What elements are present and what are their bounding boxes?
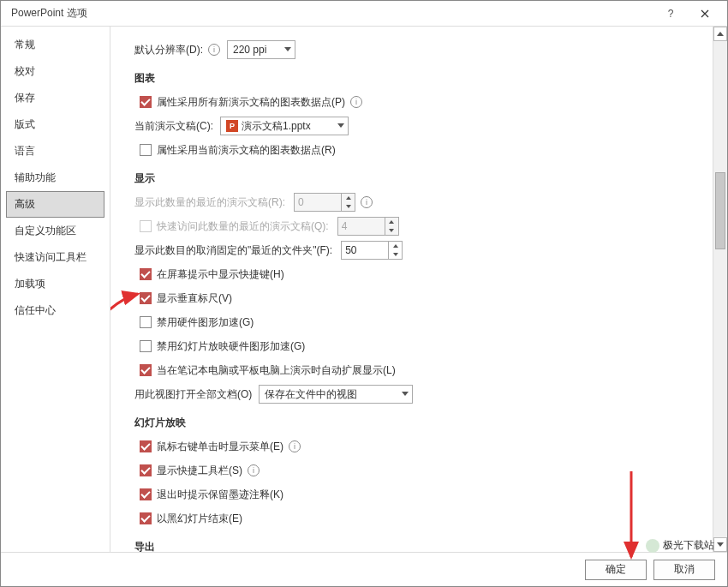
section-export-header: 导出	[134, 540, 710, 552]
open-all-view-dropdown[interactable]: 保存在文件中的视图	[259, 385, 413, 404]
chk-rclick-row: 鼠标右键单击时显示菜单(E) i	[134, 437, 710, 456]
current-presentation-row: 当前演示文稿(C): P 演示文稿1.pptx	[134, 117, 710, 135]
info-icon[interactable]: i	[289, 440, 301, 452]
recent-folders-spinner[interactable]	[341, 241, 403, 260]
chk-screentip-row: 在屏幕提示中显示快捷键(H)	[134, 265, 710, 284]
sidebar-item-advanced[interactable]: 高级	[6, 191, 104, 218]
category-sidebar: 常规 校对 保存 版式 语言 辅助功能 高级 自定义功能区 快速访问工具栏 加载…	[1, 27, 110, 552]
current-presentation-label: 当前演示文稿(C):	[134, 119, 213, 134]
close-button[interactable]	[688, 1, 722, 27]
close-icon	[701, 9, 709, 18]
quick-recent-value	[338, 218, 383, 235]
checkbox-shortcut-bar[interactable]	[140, 464, 152, 476]
label-ink-exit: 退出时提示保留墨迹注释(K)	[157, 488, 283, 502]
sidebar-item-addins[interactable]: 加载项	[6, 271, 104, 297]
titlebar: PowerPoint 选项 ?	[1, 1, 727, 27]
checkbox-auto-extend[interactable]	[140, 364, 152, 376]
sidebar-item-trust-center[interactable]: 信任中心	[6, 297, 104, 324]
open-all-view-label: 用此视图打开全部文档(O)	[134, 387, 252, 402]
checkbox-black-end[interactable]	[140, 512, 152, 524]
section-chart-header: 图表	[134, 71, 710, 86]
sidebar-item-language[interactable]: 语言	[6, 138, 104, 165]
open-all-view-value: 保存在文件中的视图	[265, 387, 373, 402]
recent-pres-value	[295, 194, 339, 211]
chk-black-end-row: 以黑幻灯片结束(E)	[134, 509, 710, 528]
checkbox-slideshow-hw[interactable]	[140, 340, 152, 352]
label-hw-accel: 禁用硬件图形加速(G)	[157, 315, 254, 330]
current-presentation-dropdown[interactable]: P 演示文稿1.pptx	[220, 117, 349, 135]
recent-folders-label: 显示此数目的取消固定的"最近的文件夹"(F):	[134, 243, 332, 258]
label-vruler: 显示垂直标尺(V)	[157, 291, 232, 306]
sidebar-item-proofing[interactable]: 校对	[6, 58, 104, 85]
info-icon[interactable]: i	[361, 196, 373, 208]
content-pane: 默认分辨率(D): i 220 ppi 图表 属性采用所有新演示文稿的图表数据点…	[110, 27, 727, 552]
section-slideshow-header: 幻灯片放映	[134, 416, 710, 430]
default-resolution-value: 220 ppi	[233, 44, 282, 56]
recent-pres-spinner	[294, 193, 355, 212]
scroll-up-button[interactable]	[713, 27, 727, 41]
dialog-title: PowerPoint 选项	[11, 6, 653, 21]
sidebar-item-save[interactable]: 保存	[6, 85, 104, 111]
dialog-body: 常规 校对 保存 版式 语言 辅助功能 高级 自定义功能区 快速访问工具栏 加载…	[1, 27, 727, 552]
recent-folders-value[interactable]	[342, 242, 386, 259]
label-black-end: 以黑幻灯片结束(E)	[157, 512, 242, 526]
spinner-buttons[interactable]	[388, 242, 402, 259]
chk-ink-exit-row: 退出时提示保留墨迹注释(K)	[134, 485, 710, 504]
section-display-header: 显示	[134, 171, 710, 186]
vertical-scrollbar[interactable]	[713, 27, 727, 552]
dialog-footer: 确定 取消	[1, 552, 727, 586]
info-icon[interactable]: i	[350, 96, 362, 108]
label-shortcut-bar: 显示快捷工具栏(S)	[157, 464, 242, 478]
spinner-buttons	[385, 218, 398, 235]
checkbox-current-chart[interactable]	[140, 144, 152, 156]
chevron-down-icon	[402, 392, 409, 396]
checkbox-ink-exit[interactable]	[140, 488, 152, 500]
chk-shortcut-bar-row: 显示快捷工具栏(S) i	[134, 461, 710, 480]
chk-auto-extend-row: 当在笔记本电脑或平板电脑上演示时自动扩展显示(L)	[134, 361, 710, 380]
checkbox-vruler[interactable]	[140, 292, 152, 304]
ok-button[interactable]: 确定	[585, 560, 647, 580]
chk-hw-accel-row: 禁用硬件图形加速(G)	[134, 313, 710, 332]
current-presentation-value: 演示文稿1.pptx	[242, 119, 326, 134]
sidebar-item-general[interactable]: 常规	[6, 32, 104, 58]
help-button[interactable]: ?	[653, 1, 688, 27]
powerpoint-file-icon: P	[226, 120, 238, 132]
info-icon[interactable]: i	[248, 464, 260, 476]
checkbox-quick-recent	[140, 220, 152, 232]
recent-pres-row: 显示此数量的最近的演示文稿(R): i	[134, 193, 710, 212]
quick-recent-spinner	[337, 217, 399, 236]
chk-slideshow-hw-row: 禁用幻灯片放映硬件图形加速(G)	[134, 337, 710, 356]
info-icon[interactable]: i	[208, 44, 220, 56]
recent-folders-row: 显示此数目的取消固定的"最近的文件夹"(F):	[134, 241, 710, 260]
cancel-button[interactable]: 取消	[653, 560, 715, 580]
chk-all-new-chart-row: 属性采用所有新演示文稿的图表数据点(P) i	[134, 93, 710, 111]
checkbox-rclick-menu[interactable]	[140, 440, 152, 452]
chevron-down-icon	[284, 47, 291, 51]
label-all-new-chart: 属性采用所有新演示文稿的图表数据点(P)	[157, 95, 345, 110]
label-screentip: 在屏幕提示中显示快捷键(H)	[157, 267, 284, 282]
checkbox-hw-accel[interactable]	[140, 316, 152, 328]
quick-recent-row: 快速访问此数量的最近的演示文稿(Q):	[134, 217, 710, 236]
label-auto-extend: 当在笔记本电脑或平板电脑上演示时自动扩展显示(L)	[157, 363, 396, 378]
label-current-chart: 属性采用当前演示文稿的图表数据点(R)	[157, 143, 336, 158]
options-dialog: PowerPoint 选项 ? 常规 校对 保存 版式 语言 辅助功能 高级 自…	[0, 0, 728, 587]
default-resolution-row: 默认分辨率(D): i 220 ppi	[134, 40, 710, 59]
sidebar-item-customize-ribbon[interactable]: 自定义功能区	[6, 218, 104, 244]
sidebar-item-layout[interactable]: 版式	[6, 111, 104, 138]
checkbox-screentip[interactable]	[140, 268, 152, 280]
recent-pres-label: 显示此数量的最近的演示文稿(R):	[134, 195, 285, 210]
chk-current-chart-row: 属性采用当前演示文稿的图表数据点(R)	[134, 141, 710, 159]
default-resolution-dropdown[interactable]: 220 ppi	[227, 40, 295, 59]
spinner-buttons	[341, 194, 355, 211]
open-all-view-row: 用此视图打开全部文档(O) 保存在文件中的视图	[134, 385, 710, 404]
checkbox-all-new-chart[interactable]	[140, 96, 152, 108]
label-slideshow-hw: 禁用幻灯片放映硬件图形加速(G)	[157, 339, 305, 354]
sidebar-item-quick-access[interactable]: 快速访问工具栏	[6, 244, 104, 271]
label-rclick-menu: 鼠标右键单击时显示菜单(E)	[157, 440, 283, 454]
scroll-thumb[interactable]	[715, 172, 725, 249]
sidebar-item-accessibility[interactable]: 辅助功能	[6, 165, 104, 191]
scroll-down-button[interactable]	[713, 537, 727, 552]
chevron-down-icon	[337, 123, 344, 128]
quick-recent-label: 快速访问此数量的最近的演示文稿(Q):	[157, 219, 329, 234]
chk-vruler-row: 显示垂直标尺(V)	[134, 289, 710, 308]
